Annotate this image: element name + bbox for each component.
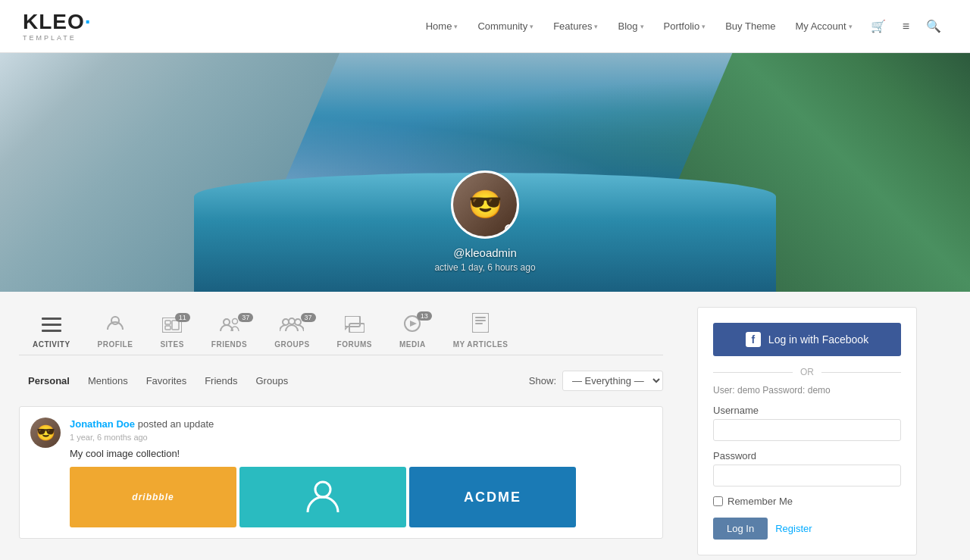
svg-marker-16 bbox=[410, 321, 417, 327]
or-line-left bbox=[713, 372, 793, 373]
logo-dot: · bbox=[85, 10, 92, 33]
svg-rect-19 bbox=[475, 320, 486, 321]
username-input[interactable] bbox=[713, 419, 901, 441]
activity-user[interactable]: Jonathan Doe bbox=[70, 418, 135, 430]
friends-icon bbox=[219, 316, 240, 337]
header: KLEO· TEMPLATE Home ▾ Community ▾ Featur… bbox=[0, 0, 970, 53]
subnav-mentions[interactable]: Mentions bbox=[79, 371, 137, 390]
cart-icon[interactable]: 🛒 bbox=[865, 14, 892, 38]
tab-forums[interactable]: FORUMS bbox=[324, 310, 386, 355]
articles-label: MY ARTICLES bbox=[453, 340, 508, 349]
nav-community[interactable]: Community ▾ bbox=[470, 16, 541, 36]
tab-profile[interactable]: PROFILE bbox=[84, 308, 147, 355]
nav-portfolio[interactable]: Portfolio ▾ bbox=[656, 16, 714, 36]
nav-home[interactable]: Home ▾ bbox=[418, 16, 466, 36]
activity-feed: 😎 Jonathan Doe posted an update 1 year, … bbox=[19, 406, 663, 539]
chevron-down-icon: ▾ bbox=[640, 23, 644, 30]
media-badge: 13 bbox=[417, 311, 432, 321]
activity-item: 😎 Jonathan Doe posted an update 1 year, … bbox=[19, 406, 663, 539]
avatar-status-badge bbox=[505, 224, 514, 233]
activity-subnav: Personal Mentions Favorites Friends Grou… bbox=[19, 371, 663, 391]
groups-label: GROUPS bbox=[274, 340, 309, 349]
fb-login-label: Log in with Facebook bbox=[768, 333, 868, 346]
subnav-friends[interactable]: Friends bbox=[196, 371, 246, 390]
forums-label: FORUMS bbox=[337, 340, 372, 349]
activity-label: ACTIVITY bbox=[33, 340, 70, 349]
remember-me-label[interactable]: Remember Me bbox=[728, 496, 793, 507]
svg-point-12 bbox=[295, 319, 301, 325]
subnav-favorites[interactable]: Favorites bbox=[137, 371, 196, 390]
chevron-down-icon: ▾ bbox=[594, 23, 598, 30]
tab-articles[interactable]: MY ARTICLES bbox=[440, 307, 522, 355]
activity-avatar: 😎 bbox=[30, 418, 61, 448]
forums-icon bbox=[345, 316, 365, 337]
login-button[interactable]: Log In bbox=[713, 518, 768, 540]
svg-point-11 bbox=[289, 318, 295, 324]
svg-rect-5 bbox=[165, 321, 171, 324]
profile-label: PROFILE bbox=[98, 340, 133, 349]
svg-rect-0 bbox=[42, 318, 61, 320]
show-filter: Show: — Everything — Updates Activity Po… bbox=[529, 371, 663, 391]
nav-blog[interactable]: Blog ▾ bbox=[610, 16, 651, 36]
nav-my-account[interactable]: My Account ▾ bbox=[787, 16, 859, 36]
profile-icon bbox=[106, 314, 124, 337]
hero-banner: 😎 @kleoadmin active 1 day, 6 hours ago bbox=[0, 53, 970, 292]
hamburger-menu-icon[interactable]: ≡ bbox=[896, 15, 915, 38]
password-input[interactable] bbox=[713, 465, 901, 486]
register-link[interactable]: Register bbox=[775, 523, 812, 534]
tab-groups[interactable]: 37 GROUPS bbox=[261, 310, 323, 355]
svg-rect-1 bbox=[42, 324, 61, 326]
svg-point-10 bbox=[283, 319, 289, 325]
search-icon[interactable]: 🔍 bbox=[920, 14, 947, 38]
activity-filter-select[interactable]: — Everything — Updates Activity Posts bbox=[562, 371, 663, 391]
tab-sites[interactable]: 11 SITES bbox=[146, 310, 197, 355]
sidebar: f Log in with Facebook OR User: demo Pas… bbox=[682, 292, 932, 560]
remember-me-row: Remember Me bbox=[713, 496, 901, 507]
nav-buy-theme[interactable]: Buy Theme bbox=[718, 16, 783, 36]
facebook-login-button[interactable]: f Log in with Facebook bbox=[713, 323, 901, 356]
media-label: MEDIA bbox=[399, 340, 426, 349]
content-area: ACTIVITY PROFILE 11 SITES 37 FR bbox=[0, 292, 682, 560]
articles-icon bbox=[472, 313, 489, 337]
friends-badge: 37 bbox=[238, 313, 253, 322]
tab-media[interactable]: 13 MEDIA bbox=[386, 308, 440, 355]
activity-header: Jonathan Doe posted an update bbox=[70, 418, 652, 430]
profile-nav: ACTIVITY PROFILE 11 SITES 37 FR bbox=[19, 307, 663, 355]
username-label: Username bbox=[713, 405, 901, 416]
hero-status: active 1 day, 6 hours ago bbox=[434, 262, 535, 273]
subnav-groups[interactable]: Groups bbox=[247, 371, 298, 390]
activity-image-2 bbox=[239, 467, 406, 527]
svg-rect-20 bbox=[475, 323, 483, 324]
subnav-items: Personal Mentions Favorites Friends Grou… bbox=[19, 371, 297, 390]
hero-overlay: 😎 @kleoadmin active 1 day, 6 hours ago bbox=[0, 53, 970, 292]
subnav-personal[interactable]: Personal bbox=[19, 371, 79, 390]
activity-action: posted an update bbox=[138, 418, 214, 430]
tab-friends[interactable]: 37 FRIENDS bbox=[198, 310, 261, 355]
svg-rect-2 bbox=[42, 330, 61, 332]
facebook-icon: f bbox=[746, 332, 761, 347]
password-label: Password bbox=[713, 450, 901, 461]
svg-rect-6 bbox=[165, 326, 171, 330]
activity-content: Jonathan Doe posted an update 1 year, 6 … bbox=[70, 418, 652, 527]
logo-subtitle: TEMPLATE bbox=[23, 34, 92, 42]
tab-activity[interactable]: ACTIVITY bbox=[19, 310, 84, 355]
activity-time: 1 year, 6 months ago bbox=[70, 433, 652, 442]
hero-username: @kleoadmin bbox=[453, 246, 517, 259]
svg-point-8 bbox=[224, 319, 230, 325]
logo: KLEO· TEMPLATE bbox=[23, 11, 92, 42]
activity-image-1: dribbble bbox=[70, 467, 236, 527]
activity-icon bbox=[42, 316, 61, 337]
nav-features[interactable]: Features ▾ bbox=[546, 16, 605, 36]
show-label: Show: bbox=[529, 375, 556, 386]
groups-badge: 37 bbox=[301, 313, 316, 322]
logo-text: KLEO· bbox=[23, 11, 92, 33]
sites-label: SITES bbox=[160, 340, 183, 349]
main-nav: Home ▾ Community ▾ Features ▾ Blog ▾ Por… bbox=[418, 14, 947, 38]
sites-badge: 11 bbox=[175, 313, 190, 322]
chevron-down-icon: ▾ bbox=[849, 23, 853, 30]
demo-info: User: demo Password: demo bbox=[713, 385, 901, 396]
main-layout: ACTIVITY PROFILE 11 SITES 37 FR bbox=[0, 292, 970, 560]
remember-me-checkbox[interactable] bbox=[713, 496, 723, 506]
svg-rect-18 bbox=[475, 317, 486, 318]
login-actions: Log In Register bbox=[713, 518, 901, 540]
